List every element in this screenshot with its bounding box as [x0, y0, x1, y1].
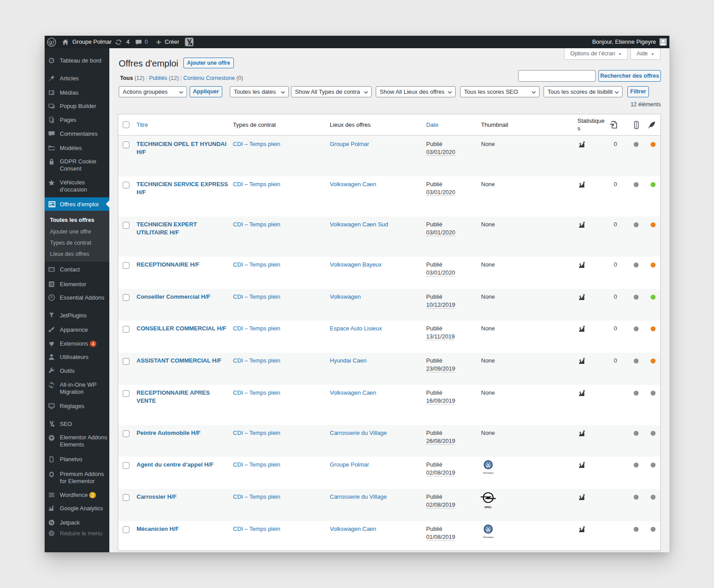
svg-text:Volkswagen: Volkswagen — [483, 536, 494, 538]
svg-text:OPEL: OPEL — [484, 506, 492, 509]
svg-text:Volkswagen: Volkswagen — [483, 472, 494, 474]
